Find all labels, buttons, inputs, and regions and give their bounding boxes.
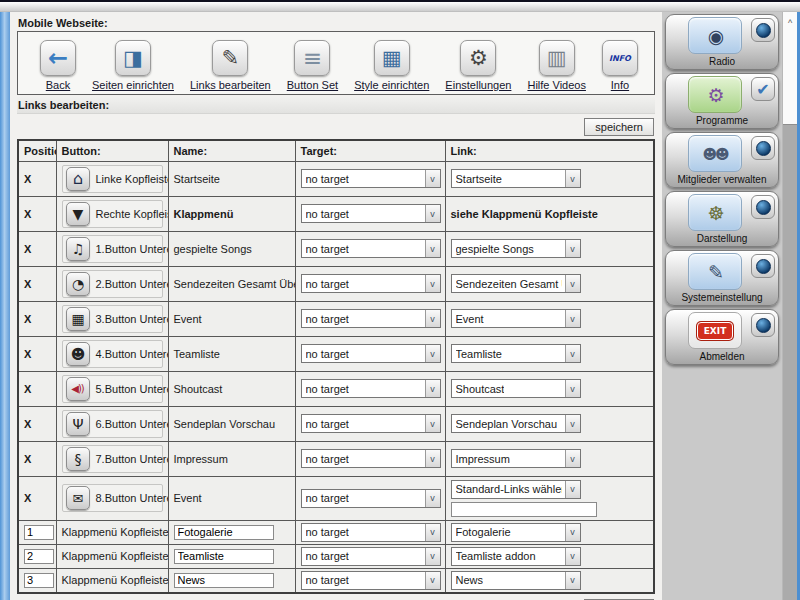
members-icon: ☻☻ [702,146,727,162]
target-select[interactable]: no targetv [301,344,441,363]
position-input[interactable] [24,573,54,588]
sidebar-item-abmelden[interactable]: EXITAbmelden [665,309,779,365]
scroll-up-icon[interactable]: ^ [783,12,797,28]
link-select[interactable]: Eventv [451,309,581,328]
chevron-down-icon: v [565,548,580,565]
sidebar-item-programme[interactable]: ⚙✔Programme [665,73,779,129]
link-cell: Standard-Links wählenv [445,476,654,520]
target-select[interactable]: no targetv [301,523,441,542]
link-select[interactable]: Impressumv [451,449,581,468]
link-select[interactable]: Startseitev [451,169,581,188]
name-input[interactable] [174,549,274,564]
target-select[interactable]: no targetv [301,547,441,566]
window-top-bar [0,0,800,12]
status-orb-button[interactable] [751,195,775,219]
position-cell [18,544,56,568]
chevron-down-icon: v [425,572,440,589]
link-cell: Teamlistev [445,336,654,371]
target-cell: no targetv [295,266,445,301]
name-cell: gespielte Songs [168,231,295,266]
toolbar-item-links-bearbeiten[interactable]: ✎Links bearbeiten [190,40,271,91]
target-select[interactable]: no targetv [301,571,441,590]
name-cell: Event [168,301,295,336]
orb-icon [756,141,771,156]
selected-option: no target [306,313,349,325]
link-select[interactable]: Teamliste addonv [451,547,581,566]
scrollbar[interactable]: ^ [782,12,800,600]
status-orb-button[interactable] [751,254,775,278]
position-input[interactable] [24,549,54,564]
toolbar-item-hilfe-videos[interactable]: ▥Hilfe Videos [527,40,586,91]
selected-option: Teamliste addon [456,550,536,562]
status-orb-button[interactable] [751,136,775,160]
link-cell: Sendezeiten Gesamt Übv [445,266,654,301]
table-row: X✉8.Button UntereleisteEventno targetvSt… [18,476,654,520]
toolbar-item-button-set[interactable]: ≡Button Set [287,40,338,91]
target-select[interactable]: no targetv [301,204,441,223]
selected-option: Sendezeiten Gesamt Üb [456,278,562,290]
chevron-down-icon: v [425,310,440,327]
target-select[interactable]: no targetv [301,379,441,398]
target-select[interactable]: no targetv [301,489,441,508]
link-select[interactable]: Sendeplan Vorschauv [451,414,581,433]
target-cell: no targetv [295,406,445,441]
selected-option: Standard-Links wählen [456,483,562,495]
sidebar-item-mitglieder-verwalten[interactable]: ☻☻Mitglieder verwalten [665,132,779,188]
back-icon: ← [40,40,76,76]
position-cell: X [18,476,56,520]
link-select[interactable]: Teamlistev [451,344,581,363]
table-row: X◀))5.Button UntereleisteShoutcastno tar… [18,371,654,406]
chevron-down-icon: v [565,240,580,257]
selected-option: Fotogalerie [456,526,511,538]
chevron-down-icon: v [565,345,580,362]
link-select[interactable]: Fotogaleriev [451,523,581,542]
gears-icon: ⚙ [707,84,722,106]
name-input[interactable] [174,525,274,540]
sidebar-item-label: Systemeinstellung [666,292,778,303]
sidebar-item-systemeinstellung[interactable]: ✎Systemeinstellung [665,250,779,306]
link-select[interactable]: Shoutcastv [451,379,581,398]
target-select[interactable]: no targetv [301,274,441,293]
status-orb-button[interactable] [751,313,775,337]
link-select[interactable]: Standard-Links wählenv [451,480,581,499]
link-cell: siehe Klappmenü Kopfleiste [445,196,654,231]
info-icon: INFO [602,40,638,76]
name-input[interactable] [174,573,274,588]
column-header: Link: [445,140,654,161]
toolbar-item-back[interactable]: ←Back [40,40,76,91]
target-select[interactable]: no targetv [301,414,441,433]
sidebar-icon-plate: ☻☻ [688,135,742,172]
toolbar-item-seiten-einrichten[interactable]: ◨Seiten einrichten [92,40,174,91]
link-select[interactable]: Newsv [451,571,581,590]
scrollbar-thumb[interactable] [783,124,797,600]
position-cell: X [18,336,56,371]
chevron-down-icon: v [565,572,580,589]
target-select[interactable]: no targetv [301,239,441,258]
button-preview: ▦3.Button Untereleiste [62,305,163,333]
edit-links-icon: ✎ [212,40,248,76]
chevron-down-icon: v [425,415,440,432]
link-select[interactable]: Sendezeiten Gesamt Übv [451,274,581,293]
table-row: Klappmenü Kopfleisteno targetvFotogaleri… [18,520,654,544]
position-input[interactable] [24,525,54,540]
toolbar-item-info[interactable]: INFOInfo [602,40,638,91]
target-select[interactable]: no targetv [301,309,441,328]
table-row: X▼Rechte KopfleisteKlappmenüno targetvsi… [18,196,654,231]
target-select[interactable]: no targetv [301,169,441,188]
button-preview: ✉8.Button Untereleiste [62,484,163,512]
name-cell: Teamliste [168,336,295,371]
target-select[interactable]: no targetv [301,449,441,468]
speichern-button-top[interactable]: speichern [584,118,654,136]
active-check-box[interactable]: ✔ [751,77,775,101]
link-cell: gespielte Songsv [445,231,654,266]
link-url-input[interactable] [451,502,597,517]
name-text: Sendeplan Vorschau [174,418,276,430]
sidebar-item-radio[interactable]: ◉Radio [665,14,779,70]
mobile-webseite-label: Mobile Webseite: [17,15,655,31]
button-preview: §7.Button Untereleiste [62,445,163,473]
link-select[interactable]: gespielte Songsv [451,239,581,258]
status-orb-button[interactable] [751,18,775,42]
toolbar-item-einstellungen[interactable]: ⚙Einstellungen [445,40,511,91]
toolbar-item-style-einrichten[interactable]: ▦Style einrichten [354,40,429,91]
sidebar-item-darstellung[interactable]: ☸Darstellung [665,191,779,247]
